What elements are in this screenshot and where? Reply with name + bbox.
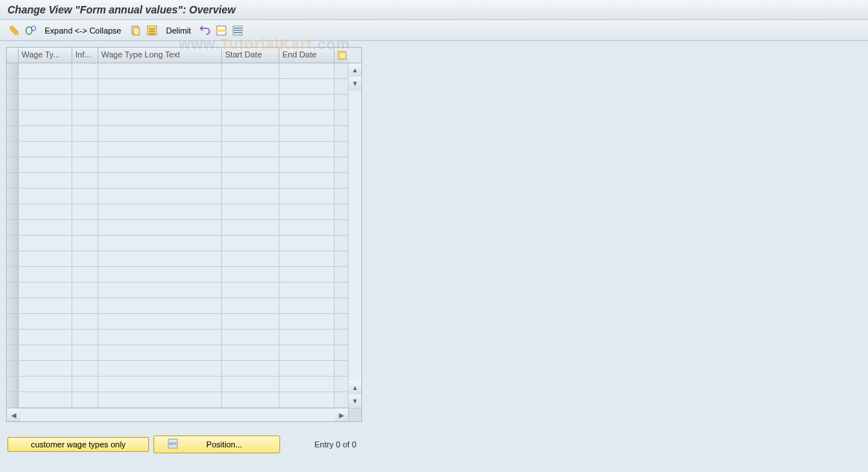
cell-infotype[interactable]: [72, 63, 98, 78]
row-selector[interactable]: [7, 173, 19, 188]
cell-end-date[interactable]: [279, 142, 335, 157]
cell-infotype[interactable]: [72, 142, 98, 157]
cell-start-date[interactable]: [222, 110, 279, 125]
cell-end-date[interactable]: [279, 283, 335, 298]
cell-wage-type[interactable]: [19, 345, 72, 360]
cell-end-date[interactable]: [279, 298, 335, 313]
cell-wage-type[interactable]: [19, 251, 72, 266]
cell-wage-type[interactable]: [19, 204, 72, 219]
cell-long-text[interactable]: [98, 95, 222, 110]
cell-long-text[interactable]: [98, 204, 222, 219]
row-selector[interactable]: [7, 345, 19, 360]
cell-wage-type[interactable]: [19, 361, 72, 376]
cell-wage-type[interactable]: [19, 173, 72, 188]
cell-long-text[interactable]: [98, 283, 222, 298]
cell-long-text[interactable]: [98, 267, 222, 282]
cell-infotype[interactable]: [72, 157, 98, 172]
cell-start-date[interactable]: [222, 283, 279, 298]
cell-long-text[interactable]: [98, 79, 222, 94]
cell-wage-type[interactable]: [19, 314, 72, 329]
table-config-icon[interactable]: [335, 48, 349, 63]
cell-start-date[interactable]: [222, 220, 279, 235]
col-header-long-text[interactable]: Wage Type Long Text: [98, 48, 222, 63]
cell-infotype[interactable]: [72, 283, 98, 298]
horizontal-scrollbar[interactable]: ◀ ▶: [7, 408, 361, 421]
cell-end-date[interactable]: [279, 251, 335, 266]
cell-long-text[interactable]: [98, 173, 222, 188]
row-selector[interactable]: [7, 283, 19, 298]
cell-start-date[interactable]: [222, 63, 279, 78]
cell-long-text[interactable]: [98, 361, 222, 376]
cell-long-text[interactable]: [98, 63, 222, 78]
cell-end-date[interactable]: [279, 377, 335, 391]
cell-infotype[interactable]: [72, 189, 98, 204]
select-block-icon[interactable]: [215, 24, 228, 37]
cell-end-date[interactable]: [279, 204, 335, 219]
cell-long-text[interactable]: [98, 157, 222, 172]
scroll-down-arrow-icon[interactable]: ▼: [349, 394, 361, 408]
cell-start-date[interactable]: [222, 95, 279, 110]
cell-long-text[interactable]: [98, 142, 222, 157]
row-selector[interactable]: [7, 251, 19, 266]
cell-start-date[interactable]: [222, 361, 279, 376]
row-selector[interactable]: [7, 63, 19, 78]
delimit-button[interactable]: Delimit: [162, 26, 196, 35]
cell-wage-type[interactable]: [19, 142, 72, 157]
deselect-all-icon[interactable]: [231, 24, 244, 37]
cell-start-date[interactable]: [222, 79, 279, 94]
cell-wage-type[interactable]: [19, 267, 72, 282]
row-selector[interactable]: [7, 79, 19, 94]
row-selector[interactable]: [7, 267, 19, 282]
cell-end-date[interactable]: [279, 330, 335, 344]
row-selector[interactable]: [7, 298, 19, 313]
row-selector[interactable]: [7, 95, 19, 110]
customer-wage-types-button[interactable]: customer wage types only: [7, 437, 149, 452]
cell-long-text[interactable]: [98, 251, 222, 266]
cell-long-text[interactable]: [98, 126, 222, 141]
cell-long-text[interactable]: [98, 377, 222, 391]
cell-infotype[interactable]: [72, 298, 98, 313]
cell-wage-type[interactable]: [19, 79, 72, 94]
cell-start-date[interactable]: [222, 298, 279, 313]
cell-long-text[interactable]: [98, 298, 222, 313]
cell-infotype[interactable]: [72, 204, 98, 219]
cell-end-date[interactable]: [279, 267, 335, 282]
cell-end-date[interactable]: [279, 220, 335, 235]
cell-infotype[interactable]: [72, 126, 98, 141]
cell-infotype[interactable]: [72, 251, 98, 266]
cell-wage-type[interactable]: [19, 63, 72, 78]
row-selector[interactable]: [7, 314, 19, 329]
row-selector[interactable]: [7, 110, 19, 125]
vertical-scrollbar[interactable]: ▲ ▼ ▲ ▼: [348, 63, 361, 408]
row-selector[interactable]: [7, 361, 19, 376]
cell-long-text[interactable]: [98, 345, 222, 360]
cell-infotype[interactable]: [72, 330, 98, 344]
cell-end-date[interactable]: [279, 189, 335, 204]
cell-wage-type[interactable]: [19, 392, 72, 407]
cell-wage-type[interactable]: [19, 95, 72, 110]
scroll-right-arrow-icon[interactable]: ▶: [335, 409, 348, 421]
cell-start-date[interactable]: [222, 126, 279, 141]
cell-start-date[interactable]: [222, 345, 279, 360]
cell-long-text[interactable]: [98, 110, 222, 125]
cell-start-date[interactable]: [222, 173, 279, 188]
row-selector[interactable]: [7, 142, 19, 157]
expand-collapse-button[interactable]: Expand <-> Collapse: [40, 26, 126, 35]
cell-start-date[interactable]: [222, 267, 279, 282]
cell-end-date[interactable]: [279, 95, 335, 110]
cell-start-date[interactable]: [222, 157, 279, 172]
cell-wage-type[interactable]: [19, 330, 72, 344]
cell-infotype[interactable]: [72, 220, 98, 235]
copy-icon[interactable]: [129, 24, 142, 37]
col-header-start-date[interactable]: Start Date: [222, 48, 279, 63]
cell-wage-type[interactable]: [19, 220, 72, 235]
cell-end-date[interactable]: [279, 157, 335, 172]
row-selector[interactable]: [7, 126, 19, 141]
cell-long-text[interactable]: [98, 392, 222, 407]
cell-infotype[interactable]: [72, 392, 98, 407]
row-selector[interactable]: [7, 236, 19, 251]
cell-end-date[interactable]: [279, 392, 335, 407]
cell-infotype[interactable]: [72, 79, 98, 94]
cell-start-date[interactable]: [222, 330, 279, 344]
row-selector[interactable]: [7, 157, 19, 172]
